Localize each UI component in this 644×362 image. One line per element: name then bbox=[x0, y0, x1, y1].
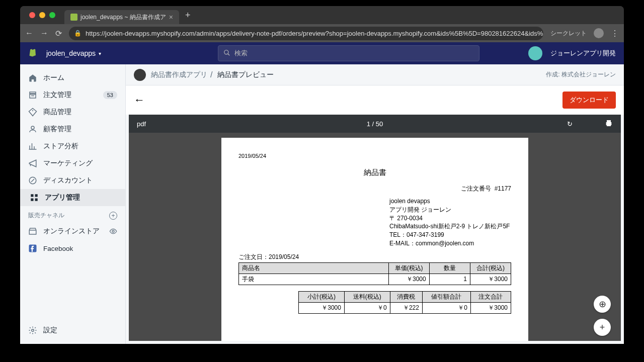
customer-icon bbox=[28, 125, 37, 134]
svg-point-9 bbox=[112, 230, 114, 232]
svg-rect-6 bbox=[35, 194, 38, 197]
shopify-logo-icon bbox=[28, 48, 38, 59]
pdf-page-counter: 1 / 50 bbox=[367, 120, 383, 128]
window-zoom[interactable] bbox=[49, 12, 55, 18]
svg-point-3 bbox=[31, 126, 34, 129]
download-button[interactable]: ダウンロード bbox=[562, 92, 616, 109]
svg-rect-7 bbox=[31, 199, 33, 201]
address-bar[interactable]: 🔒 https://joolen-devapps.myshopify.com/a… bbox=[69, 27, 543, 40]
tab-title: joolen_devapps ~ 納品書作成ア bbox=[80, 13, 166, 22]
window-close[interactable] bbox=[29, 12, 35, 18]
sidebar-item-settings[interactable]: 設定 bbox=[20, 322, 125, 339]
reload-button[interactable]: ⟳ bbox=[55, 29, 62, 38]
sidebar-item-orders[interactable]: 注文管理 53 bbox=[20, 86, 125, 104]
pdf-rotate-icon[interactable]: ↻ bbox=[567, 120, 573, 128]
pdf-canvas[interactable]: 2019/05/24 納品書 ご注文番号 #1177 joolen devapp… bbox=[129, 133, 621, 341]
avatar[interactable] bbox=[528, 46, 542, 60]
pdf-toolbar: pdf 1 / 50 ↻ bbox=[129, 115, 621, 133]
totals-table: 小計(税込) 送料(税込) 消費税 値引額合計 注文合計 ￥3000 ￥0 ￥2 bbox=[298, 291, 511, 314]
browser-tab[interactable]: joolen_devapps ~ 納品書作成ア × bbox=[64, 10, 179, 24]
orders-icon bbox=[28, 90, 37, 100]
facebook-icon bbox=[28, 244, 37, 253]
order-date: ご注文日：2019/05/24 bbox=[238, 253, 511, 261]
favicon-icon bbox=[70, 14, 77, 21]
user-name[interactable]: ジョーレンアプリ開発 bbox=[550, 49, 616, 58]
analytics-icon bbox=[28, 142, 37, 151]
browser-tabstrip: joolen_devapps ~ 納品書作成ア × + bbox=[20, 6, 624, 24]
forward-button[interactable]: → bbox=[40, 29, 48, 38]
search-placeholder: 検索 bbox=[234, 49, 248, 58]
gear-icon bbox=[28, 326, 37, 335]
back-arrow-button[interactable]: ← bbox=[134, 94, 145, 107]
table-row: 手袋 ￥3000 1 ￥3000 bbox=[239, 274, 511, 285]
svg-point-0 bbox=[224, 50, 228, 54]
window-minimize[interactable] bbox=[39, 12, 45, 18]
orders-badge: 53 bbox=[103, 91, 117, 99]
svg-rect-8 bbox=[35, 199, 38, 201]
sidebar-item-products[interactable]: 商品管理 bbox=[20, 104, 125, 121]
breadcrumb: 納品書プレビュー bbox=[217, 70, 274, 79]
back-button[interactable]: ← bbox=[25, 29, 33, 38]
store-icon bbox=[28, 227, 37, 236]
shop-info: joolen devapps アプリ開発 ジョーレン 〒 270-0034 Ch… bbox=[389, 197, 511, 248]
browser-menu-icon[interactable]: ⋮ bbox=[611, 29, 619, 38]
app-header: 納品書作成アプリ / 納品書プレビュー 作成: 株式会社ジョーレン bbox=[126, 64, 624, 85]
sidebar: ホーム 注文管理 53 商品管理 顧客管理 ストア分析 bbox=[20, 64, 126, 344]
app-name-link[interactable]: 納品書作成アプリ bbox=[151, 70, 207, 79]
pdf-filename: pdf bbox=[137, 120, 146, 128]
app-meta: 作成: 株式会社ジョーレン bbox=[546, 70, 616, 79]
lock-icon: 🔒 bbox=[74, 30, 82, 37]
close-tab-icon[interactable]: × bbox=[169, 13, 173, 21]
add-channel-button[interactable]: + bbox=[109, 212, 117, 220]
sidebar-item-marketing[interactable]: マーケティング bbox=[20, 155, 125, 172]
pdf-download-icon[interactable] bbox=[585, 119, 593, 129]
svg-line-1 bbox=[228, 53, 230, 55]
home-icon bbox=[28, 73, 37, 82]
sidebar-item-analytics[interactable]: ストア分析 bbox=[20, 138, 125, 155]
view-store-icon[interactable] bbox=[109, 227, 117, 235]
app-icon bbox=[134, 69, 146, 81]
search-icon bbox=[223, 49, 230, 58]
incognito-icon bbox=[594, 28, 604, 38]
items-table: 商品名 単価(税込) 数量 合計(税込) 手袋 ￥3000 1 ￥3000 bbox=[238, 262, 511, 285]
svg-point-2 bbox=[32, 110, 33, 111]
sidebar-channel-facebook[interactable]: Facebook bbox=[20, 240, 125, 257]
marketing-icon bbox=[28, 159, 37, 168]
new-tab-button[interactable]: + bbox=[185, 10, 191, 21]
doc-print-date: 2019/05/24 bbox=[238, 153, 511, 159]
admin-topbar: joolen_devapps ▾ 検索 ジョーレンアプリ開発 bbox=[20, 42, 624, 64]
tag-icon bbox=[28, 108, 37, 117]
shop-switcher[interactable]: joolen_devapps ▾ bbox=[46, 49, 101, 57]
incognito-label: シークレット bbox=[550, 29, 587, 38]
apps-icon bbox=[30, 193, 39, 202]
sidebar-item-customers[interactable]: 顧客管理 bbox=[20, 121, 125, 138]
page-actions: ← ダウンロード bbox=[126, 85, 624, 115]
chevron-down-icon: ▾ bbox=[99, 51, 101, 56]
browser-toolbar: ← → ⟳ 🔒 https://joolen-devapps.myshopify… bbox=[20, 24, 624, 42]
sidebar-item-home[interactable]: ホーム bbox=[20, 69, 125, 86]
channels-heading: 販売チャネル + bbox=[20, 206, 125, 223]
url-text: https://joolen-devapps.myshopify.com/adm… bbox=[86, 30, 543, 37]
order-number: ご注文番号 #1177 bbox=[238, 185, 511, 193]
svg-point-11 bbox=[32, 329, 34, 332]
doc-title: 納品書 bbox=[238, 168, 511, 177]
search-input[interactable]: 検索 bbox=[218, 45, 479, 61]
sidebar-item-discounts[interactable]: ディスカウント bbox=[20, 172, 125, 189]
pdf-print-icon[interactable] bbox=[605, 119, 613, 129]
svg-rect-5 bbox=[31, 194, 33, 197]
pdf-page: 2019/05/24 納品書 ご注文番号 #1177 joolen devapp… bbox=[221, 138, 528, 341]
sidebar-item-apps[interactable]: アプリ管理 bbox=[20, 189, 125, 206]
discount-icon bbox=[28, 176, 37, 185]
sidebar-channel-online-store[interactable]: オンラインストア bbox=[20, 223, 125, 240]
pdf-fit-button[interactable]: ⊕ bbox=[594, 296, 611, 313]
pdf-zoom-in-button[interactable]: + bbox=[594, 319, 611, 336]
